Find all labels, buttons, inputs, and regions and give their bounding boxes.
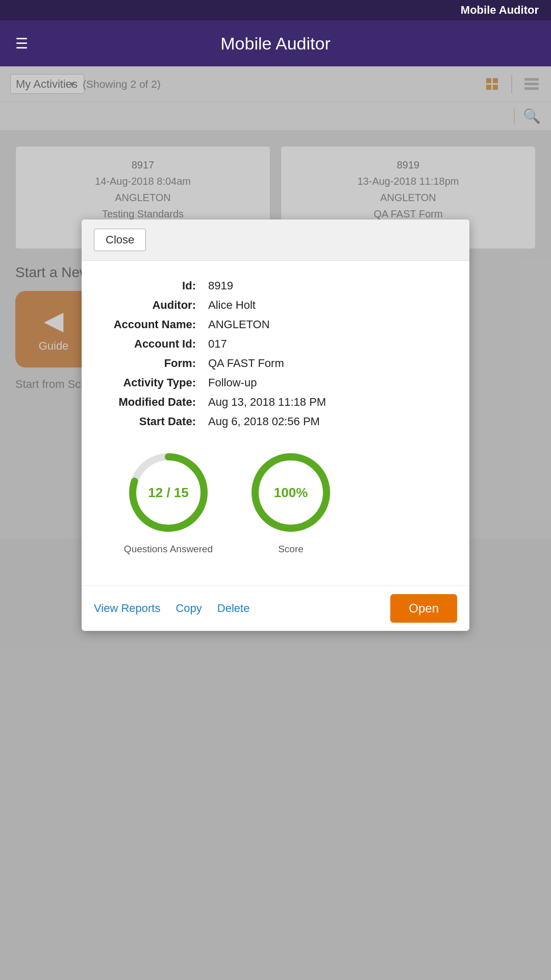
account-id-label: Account Id: — [102, 334, 204, 354]
activity-type-label: Activity Type: — [102, 373, 204, 393]
questions-center-text: 12 / 15 — [148, 485, 189, 501]
table-row: Start Date: Aug 6, 2018 02:56 PM — [102, 412, 449, 431]
footer-links: View Reports Copy Delete — [94, 602, 249, 615]
app-header: ☰ Mobile Auditor — [0, 20, 551, 66]
table-row: Id: 8919 — [102, 276, 449, 296]
form-label: Form: — [102, 354, 204, 373]
modal-body: Id: 8919 Auditor: Alice Holt Account Nam… — [82, 261, 469, 585]
modal-header: Close — [82, 219, 469, 261]
questions-answered-circle: 12 / 15 Questions Answered — [122, 447, 214, 555]
table-row: Activity Type: Follow-up — [102, 373, 449, 393]
table-row: Account Id: 017 — [102, 334, 449, 354]
circles-row: 12 / 15 Questions Answered 100% — [122, 447, 449, 555]
activity-detail-modal: Close Id: 8919 Auditor: Alice Holt Accou… — [82, 219, 469, 631]
account-name-label: Account Name: — [102, 315, 204, 334]
delete-button[interactable]: Delete — [217, 602, 250, 615]
table-row: Modified Date: Aug 13, 2018 11:18 PM — [102, 393, 449, 412]
modal-overlay: Close Id: 8919 Auditor: Alice Holt Accou… — [0, 66, 551, 980]
start-date-label: Start Date: — [102, 412, 204, 431]
auditor-label: Auditor: — [102, 296, 204, 315]
table-row: Account Name: ANGLETON — [102, 315, 449, 334]
id-value: 8919 — [204, 276, 449, 296]
id-label: Id: — [102, 276, 204, 296]
score-circle-container: 100% — [245, 447, 337, 538]
modal-footer: View Reports Copy Delete Open — [82, 585, 469, 631]
score-circle: 100% Score — [245, 447, 337, 555]
view-reports-button[interactable]: View Reports — [94, 602, 160, 615]
status-bar-title: Mobile Auditor — [461, 4, 539, 17]
detail-table: Id: 8919 Auditor: Alice Holt Account Nam… — [102, 276, 449, 431]
header-title: Mobile Auditor — [220, 34, 330, 54]
activity-type-value: Follow-up — [204, 373, 449, 393]
form-value: QA FAST Form — [204, 354, 449, 373]
auditor-value: Alice Holt — [204, 296, 449, 315]
account-name-value: ANGLETON — [204, 315, 449, 334]
score-center-text: 100% — [274, 485, 308, 501]
account-id-value: 017 — [204, 334, 449, 354]
questions-answered-label: Questions Answered — [124, 544, 213, 555]
questions-circle-container: 12 / 15 — [122, 447, 214, 538]
table-row: Form: QA FAST Form — [102, 354, 449, 373]
open-button[interactable]: Open — [390, 594, 457, 623]
close-button[interactable]: Close — [94, 229, 146, 251]
status-bar: Mobile Auditor — [0, 0, 551, 20]
score-label: Score — [278, 544, 304, 555]
table-row: Auditor: Alice Holt — [102, 296, 449, 315]
menu-icon[interactable]: ☰ — [15, 35, 28, 52]
modified-date-value: Aug 13, 2018 11:18 PM — [204, 393, 449, 412]
copy-button[interactable]: Copy — [176, 602, 202, 615]
start-date-value: Aug 6, 2018 02:56 PM — [204, 412, 449, 431]
modified-date-label: Modified Date: — [102, 393, 204, 412]
